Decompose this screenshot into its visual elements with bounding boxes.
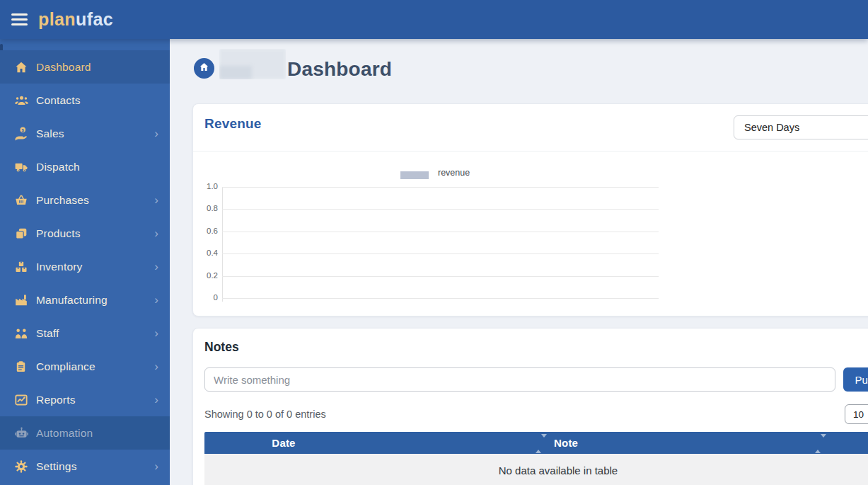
page-title: Dashboard (287, 58, 392, 81)
card-header-divider (193, 151, 868, 152)
y-tick-label: 0 (195, 293, 218, 302)
home-button[interactable] (194, 58, 214, 79)
sidebar-item-label: Products (36, 227, 81, 240)
entries-summary: Showing 0 to 0 of 0 entries (204, 409, 326, 420)
logo-part2: ufac (76, 9, 113, 29)
revenue-card-title: Revenue (204, 116, 262, 132)
svg-text:$: $ (22, 127, 25, 132)
gridline (222, 209, 659, 210)
users-icon (14, 93, 30, 108)
sidebar-item-label: Settings (36, 460, 77, 473)
sidebar-item-contacts[interactable]: Contacts (0, 84, 170, 117)
revenue-card: Revenue Seven Days revenue 1.0 0.8 0.6 0… (192, 103, 868, 316)
gridline (222, 232, 659, 232)
chevron-right-icon: › (154, 360, 158, 372)
chevron-right-icon: › (154, 127, 158, 139)
home-icon (14, 60, 30, 74)
sidebar-item-label: Reports (36, 394, 76, 406)
chart-line-icon (14, 393, 30, 407)
sidebar-item-label: Sales (36, 127, 64, 140)
sidebar-nav: Dashboard Contacts $ Sales › Dispatch (0, 50, 170, 483)
sidebar-item-label: Dispatch (36, 161, 80, 173)
sidebar-item-settings[interactable]: Settings › (0, 450, 170, 483)
logo-part1: plan (38, 9, 76, 29)
sidebar-item-reports[interactable]: Reports › (0, 383, 170, 416)
notes-card: Notes Publish Showing 0 to 0 of 0 entrie… (192, 328, 868, 485)
gridline (222, 298, 659, 299)
notes-table-header: Date Note (204, 432, 868, 454)
sidebar-item-compliance[interactable]: Compliance › (0, 350, 170, 383)
column-header-date[interactable]: Date (204, 432, 363, 454)
sort-icon[interactable] (815, 438, 822, 448)
chevron-right-icon: › (154, 194, 158, 206)
y-tick-label: 1.0 (195, 182, 218, 190)
topbar: planufac (0, 0, 868, 39)
column-header-note[interactable]: Note (554, 432, 578, 454)
chevron-right-icon: › (154, 394, 158, 406)
sidebar-item-label: Contacts (36, 94, 81, 107)
sidebar-item-label: Manufacturing (36, 294, 108, 307)
y-tick-label: 0.4 (195, 249, 218, 257)
sidebar-item-dashboard[interactable]: Dashboard (0, 50, 170, 84)
y-tick-label: 0.6 (195, 227, 218, 235)
revenue-chart: 1.0 0.8 0.6 0.4 0.2 0 (222, 187, 659, 298)
legend-swatch[interactable] (400, 171, 429, 179)
revenue-period-select[interactable]: Seven Days (734, 115, 868, 139)
gridline (222, 187, 659, 188)
page-size-select[interactable]: 10 (845, 404, 868, 424)
copy-icon (14, 227, 30, 241)
app-logo[interactable]: planufac (38, 9, 113, 30)
main-content: Dashboard Revenue Seven Days revenue 1.0… (170, 39, 868, 485)
sidebar-item-purchases[interactable]: Purchases › (0, 183, 170, 217)
sidebar-item-sales[interactable]: $ Sales › (0, 117, 170, 150)
redacted-company-name (219, 49, 286, 79)
sidebar-item-label: Automation (36, 427, 93, 440)
sidebar: Dashboard Contacts $ Sales › Dispatch (0, 39, 170, 485)
table-empty-row: No data available in table (204, 454, 868, 485)
gear-icon (14, 460, 30, 474)
people-icon (14, 326, 30, 341)
sidebar-item-label: Inventory (36, 261, 83, 273)
truck-icon (14, 160, 30, 174)
sidebar-item-staff[interactable]: Staff › (0, 316, 170, 350)
chart-y-axis (222, 187, 223, 302)
basket-icon (14, 193, 30, 207)
clipboard-icon (14, 360, 30, 374)
chevron-right-icon: › (154, 460, 158, 472)
sidebar-item-label: Staff (36, 327, 59, 340)
empty-message: No data available in table (499, 464, 618, 477)
sidebar-item-manufacturing[interactable]: Manufacturing › (0, 283, 170, 316)
chevron-right-icon: › (154, 327, 158, 339)
gridline (222, 276, 659, 277)
boxes-icon (14, 260, 30, 274)
note-input[interactable] (204, 367, 835, 392)
chevron-right-icon: › (154, 261, 158, 273)
sidebar-item-label: Purchases (36, 194, 89, 207)
legend-label[interactable]: revenue (438, 168, 470, 178)
robot-icon (14, 426, 30, 440)
chevron-right-icon: › (154, 294, 158, 306)
sidebar-item-automation[interactable]: Automation (0, 416, 170, 450)
home-icon (199, 62, 209, 75)
sidebar-item-products[interactable]: Products › (0, 217, 170, 250)
sidebar-item-label: Compliance (36, 360, 96, 373)
chevron-right-icon: › (154, 227, 158, 239)
factory-icon (14, 293, 30, 307)
sidebar-item-inventory[interactable]: Inventory › (0, 250, 170, 283)
sort-icon[interactable] (536, 438, 543, 448)
notes-card-title: Notes (204, 340, 239, 355)
y-tick-label: 0.8 (195, 204, 218, 212)
sidebar-item-dispatch[interactable]: Dispatch (0, 150, 170, 183)
gridline (222, 253, 659, 254)
menu-icon[interactable] (11, 11, 28, 28)
y-tick-label: 0.2 (195, 271, 218, 280)
sidebar-item-label: Dashboard (36, 61, 91, 74)
hand-dollar-icon: $ (14, 127, 30, 141)
publish-button[interactable]: Publish (843, 367, 868, 392)
